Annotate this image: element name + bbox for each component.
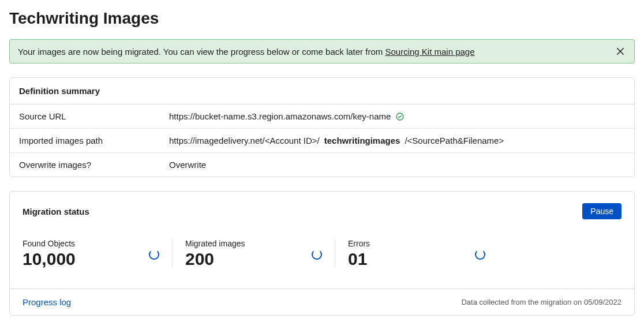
spinner-icon (475, 249, 485, 260)
spinner-icon (312, 249, 322, 260)
definition-summary-header: Definition summary (10, 78, 634, 104)
definition-value: Overwrite (169, 160, 625, 170)
stat-label: Errors (348, 239, 370, 248)
migration-status-header: Migration status (23, 207, 89, 216)
check-circle-icon (395, 112, 405, 121)
definition-row-source-url: Source URL https://bucket-name.s3.region… (10, 104, 634, 129)
status-footer: Progress log Data collected from the mig… (10, 289, 634, 315)
definition-label: Source URL (19, 111, 169, 121)
definition-row-imported-path: Imported images path https://imagedelive… (10, 129, 634, 153)
migration-stats: Found Objects 10,000 Migrated images 200… (10, 219, 634, 289)
migration-status-card: Migration status Pause Found Objects 10,… (9, 191, 635, 316)
pause-button[interactable]: Pause (582, 203, 621, 219)
stat-value: 200 (185, 250, 245, 268)
progress-log-link[interactable]: Progress log (23, 297, 71, 307)
close-icon[interactable] (615, 46, 626, 57)
page-title: Techwriting Images (9, 9, 635, 28)
stat-errors: Errors 01 (348, 239, 498, 268)
definition-summary-card: Definition summary Source URL https://bu… (9, 77, 635, 177)
imported-path-prefix: https://imagedelivery.net/<Account ID>/ (169, 136, 320, 145)
alert-text-prefix: Your images are now being migrated. You … (18, 47, 385, 57)
definition-value: https://imagedelivery.net/<Account ID>/t… (169, 136, 625, 145)
spinner-icon (149, 249, 159, 260)
definition-label: Overwrite images? (19, 160, 169, 170)
stat-label: Found Objects (23, 239, 76, 248)
stat-label: Migrated images (185, 239, 245, 248)
migration-alert: Your images are now being migrated. You … (9, 39, 635, 63)
alert-link[interactable]: Sourcing Kit main page (385, 47, 474, 57)
stat-migrated-images: Migrated images 200 (185, 239, 335, 268)
alert-text: Your images are now being migrated. You … (18, 47, 475, 57)
definition-label: Imported images path (19, 136, 169, 145)
imported-path-bold: techwritingimages (324, 136, 400, 145)
source-url-value: https://bucket-name.s3.region.amazonaws.… (169, 111, 391, 121)
imported-path-suffix: /<SourcePath&Filename> (405, 136, 504, 145)
stat-value: 10,000 (23, 250, 76, 268)
definition-row-overwrite: Overwrite images? Overwrite (10, 153, 634, 177)
data-collected-text: Data collected from the migration on 05/… (461, 298, 621, 306)
svg-point-2 (396, 113, 403, 120)
stat-value: 01 (348, 250, 370, 268)
stat-found-objects: Found Objects 10,000 (23, 239, 173, 268)
definition-value: https://bucket-name.s3.region.amazonaws.… (169, 111, 625, 121)
